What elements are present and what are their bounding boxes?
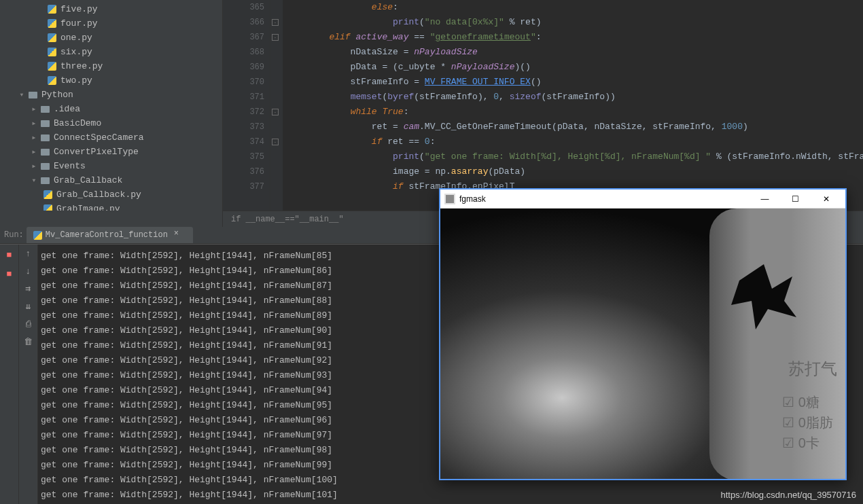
folder-item[interactable]: ▶ConnectSpecCamera: [0, 130, 222, 145]
tree-item-label: Events: [54, 161, 86, 171]
close-icon[interactable]: ✕: [811, 190, 841, 208]
folder-item[interactable]: ▼Grab_Callback: [0, 173, 222, 187]
folder-item[interactable]: ▶.idea: [0, 102, 222, 116]
line-gutter: 365366367368369370371372373374375376377: [223, 0, 270, 211]
tree-item-label: two.py: [60, 75, 92, 86]
file-item[interactable]: Grab_Callback.py: [0, 187, 222, 202]
window-content: 苏打气 ☑ 0糖☑ 0脂肪☑ 0卡: [440, 209, 845, 479]
fgmask-window[interactable]: fgmask — ☐ ✕ 苏打气 ☑ 0糖☑ 0脂肪☑ 0卡: [439, 188, 847, 480]
folder-icon: [27, 90, 38, 101]
chevron-right-icon[interactable]: ▶: [30, 148, 38, 156]
window-titlebar[interactable]: fgmask — ☐ ✕: [440, 190, 845, 209]
code-editor[interactable]: 365366367368369370371372373374375376377 …: [223, 0, 863, 211]
folder-icon: [39, 161, 50, 172]
run-tab[interactable]: Mv_CameraControl_function ×: [27, 227, 193, 243]
chevron-down-icon[interactable]: ▼: [30, 177, 38, 185]
folder-icon: [39, 175, 50, 186]
maximize-icon[interactable]: ☐: [780, 190, 811, 208]
tree-item-label: one.py: [60, 33, 92, 43]
bottle-checks: ☑ 0糖☑ 0脂肪☑ 0卡: [782, 392, 833, 453]
watermark: https://blog.csdn.net/qq_39570716: [721, 490, 857, 500]
scroll-end-icon[interactable]: ⇊: [22, 300, 35, 312]
fold-marker-icon[interactable]: -: [272, 109, 279, 115]
file-item[interactable]: four.py: [0, 16, 222, 31]
folder-icon: [39, 104, 50, 115]
trash-icon[interactable]: 🗑: [22, 336, 35, 348]
file-item[interactable]: six.py: [0, 45, 222, 59]
rerun2-icon[interactable]: ■: [3, 268, 16, 280]
svg-rect-1: [446, 195, 454, 203]
folder-item[interactable]: ▼Python: [0, 88, 222, 102]
python-file-icon: [42, 204, 53, 211]
folder-item[interactable]: ▶ConvertPixelType: [0, 145, 222, 159]
folder-icon: [39, 132, 50, 143]
folder-icon: [39, 118, 50, 129]
tree-item-label: six.py: [60, 47, 92, 57]
wrap-icon[interactable]: ⇉: [22, 283, 35, 295]
file-item[interactable]: two.py: [0, 73, 222, 88]
folder-item[interactable]: ▶Events: [0, 159, 222, 173]
tree-item-label: .idea: [54, 104, 80, 114]
tree-item-label: GrabImage.py: [56, 204, 120, 211]
chevron-right-icon[interactable]: ▶: [30, 105, 38, 113]
python-file-icon: [46, 47, 57, 58]
python-file-icon: [46, 4, 57, 15]
rerun-icon[interactable]: ■: [3, 249, 16, 261]
up-arrow-icon[interactable]: ↑: [22, 247, 35, 259]
bottle-logo-icon: [723, 256, 805, 338]
tree-item-label: three.py: [60, 61, 103, 71]
tree-item-label: Grab_Callback.py: [56, 190, 141, 200]
file-item[interactable]: five.py: [0, 2, 222, 16]
fold-marker-icon[interactable]: -: [272, 34, 279, 41]
tree-item-label: BasicDemo: [54, 118, 101, 128]
python-file-icon: [42, 190, 53, 200]
fold-gutter[interactable]: ----: [270, 0, 283, 211]
python-file-icon: [46, 33, 57, 43]
file-item[interactable]: GrabImage.py: [0, 202, 222, 211]
chevron-right-icon[interactable]: ▶: [30, 162, 38, 170]
python-file-icon: [33, 231, 42, 240]
project-tree[interactable]: five.pyfour.pyone.pysix.pythree.pytwo.py…: [0, 0, 223, 211]
run-tool-strip-primary: ■ ■: [0, 245, 19, 504]
chevron-right-icon[interactable]: ▶: [30, 134, 38, 142]
file-item[interactable]: one.py: [0, 31, 222, 45]
tree-item-label: ConnectSpecCamera: [54, 132, 144, 143]
down-arrow-icon[interactable]: ↓: [22, 265, 35, 277]
fold-marker-icon[interactable]: -: [272, 19, 279, 26]
chevron-right-icon[interactable]: ▶: [30, 120, 38, 128]
python-file-icon: [46, 75, 57, 86]
run-tab-label: Mv_CameraControl_function: [46, 230, 168, 240]
tree-item-label: Python: [41, 90, 73, 100]
app-icon: [444, 194, 455, 204]
folder-item[interactable]: ▶BasicDemo: [0, 116, 222, 130]
tree-item-label: four.py: [60, 18, 98, 29]
close-icon[interactable]: ×: [174, 229, 186, 241]
python-file-icon: [46, 61, 57, 72]
print-icon[interactable]: ⎙: [22, 318, 35, 330]
run-tool-strip-secondary: ↑ ↓ ⇉ ⇊ ⎙ 🗑: [19, 245, 38, 504]
file-item[interactable]: three.py: [0, 59, 222, 73]
tree-item-label: ConvertPixelType: [54, 147, 139, 157]
minimize-icon[interactable]: —: [750, 190, 780, 208]
tree-item-label: five.py: [60, 4, 98, 14]
bottle-heading: 苏打气: [788, 358, 837, 380]
python-file-icon: [46, 18, 57, 29]
fold-marker-icon[interactable]: -: [272, 139, 279, 145]
tree-item-label: Grab_Callback: [54, 175, 122, 185]
run-label: Run:: [1, 230, 27, 240]
folder-icon: [39, 147, 50, 158]
code-area[interactable]: else: print("no data[0x%x]" % ret) elif …: [283, 0, 863, 211]
chevron-down-icon[interactable]: ▼: [18, 91, 26, 99]
window-title: fgmask: [459, 194, 750, 204]
